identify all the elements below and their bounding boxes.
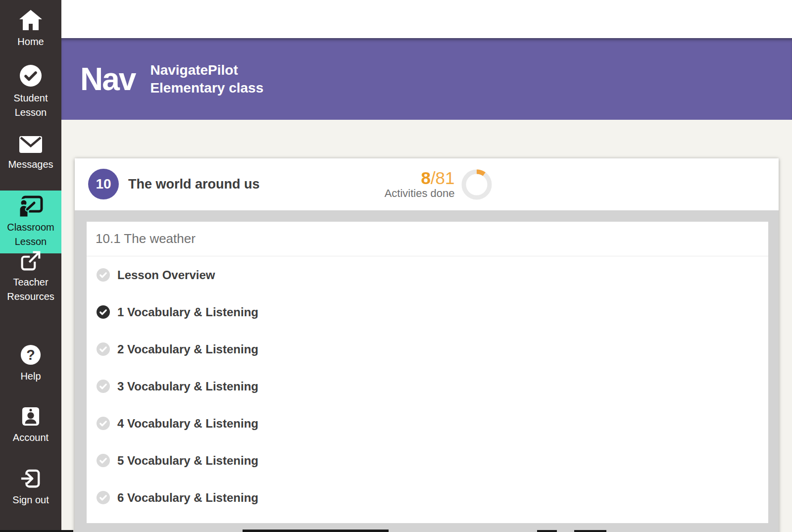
status-check-icon bbox=[97, 491, 110, 504]
status-check-icon bbox=[97, 454, 110, 467]
lesson-item[interactable]: 5 Vocabulary & Listening bbox=[87, 442, 768, 479]
lesson-item[interactable]: 2 Vocabulary & Listening bbox=[87, 331, 768, 368]
unit-number-badge: 10 bbox=[88, 169, 119, 199]
lesson-item-label: 5 Vocabulary & Listening bbox=[117, 454, 258, 468]
sidebar-item-label: Student Lesson bbox=[14, 91, 48, 120]
envelope-icon bbox=[19, 136, 43, 153]
lesson-item-label: 2 Vocabulary & Listening bbox=[117, 342, 258, 356]
sidebar-item-classroom-lesson[interactable]: Classroom Lesson bbox=[0, 191, 61, 253]
sidebar-item-student-lesson[interactable]: Student Lesson bbox=[0, 64, 61, 120]
progress-ring-icon bbox=[461, 169, 492, 200]
status-check-icon bbox=[97, 380, 110, 393]
class-subtitle: Elementary class bbox=[150, 79, 263, 97]
progress-label: Activities done bbox=[385, 187, 455, 200]
sidebar-item-teacher-resources[interactable]: Teacher Resources bbox=[0, 250, 61, 304]
account-badge-icon bbox=[21, 406, 40, 427]
external-link-icon bbox=[20, 250, 41, 271]
sidebar-item-label: Account bbox=[13, 431, 49, 445]
status-check-icon bbox=[97, 305, 110, 319]
cutoff-content-fragment bbox=[574, 530, 606, 532]
cutoff-content-fragment bbox=[243, 530, 389, 532]
sign-out-icon bbox=[20, 468, 41, 489]
sidebar-item-home[interactable]: Home bbox=[0, 9, 61, 49]
lesson-item-label: 4 Vocabulary & Listening bbox=[117, 417, 258, 431]
lesson-item[interactable]: 1 Vocabulary & Listening bbox=[87, 293, 768, 331]
question-circle-icon: ? bbox=[20, 344, 41, 365]
unit-header[interactable]: 10 The world around us 8/81 Activities d… bbox=[75, 158, 779, 210]
lesson-item-label: 3 Vocabulary & Listening bbox=[117, 380, 258, 393]
app-sidebar: Home Student Lesson Messages bbox=[0, 0, 61, 532]
lesson-panel: 10.1 The weather Lesson Overview 1 Vocab… bbox=[87, 222, 768, 523]
status-check-icon bbox=[97, 268, 110, 282]
sidebar-item-sign-out[interactable]: Sign out bbox=[0, 468, 61, 507]
progress-done: 8 bbox=[421, 168, 430, 188]
home-icon bbox=[19, 9, 43, 31]
brand-text: NavigatePilot Elementary class bbox=[150, 61, 263, 97]
progress-total: /81 bbox=[431, 168, 455, 188]
sidebar-item-label: Sign out bbox=[12, 493, 49, 507]
top-white-strip bbox=[61, 0, 792, 38]
unit-title: The world around us bbox=[128, 158, 260, 210]
section-title: 10.1 The weather bbox=[87, 222, 768, 256]
check-circle-icon bbox=[19, 64, 42, 87]
progress-count: 8/81 bbox=[385, 169, 455, 187]
lesson-item-label: 1 Vocabulary & Listening bbox=[117, 305, 258, 319]
cutoff-content-fragment bbox=[0, 530, 73, 532]
sidebar-item-account[interactable]: Account bbox=[0, 406, 61, 445]
status-check-icon bbox=[97, 342, 110, 356]
unit-card: 10 The world around us 8/81 Activities d… bbox=[75, 158, 779, 532]
cutoff-content-fragment bbox=[537, 530, 557, 532]
lesson-item-label: Lesson Overview bbox=[117, 268, 215, 282]
presenter-icon bbox=[18, 195, 43, 217]
brand-logo: Nav bbox=[80, 63, 135, 95]
activities-progress: 8/81 Activities done bbox=[385, 169, 492, 200]
lesson-item-label: 6 Vocabulary & Listening bbox=[117, 491, 258, 505]
sidebar-item-messages[interactable]: Messages bbox=[0, 136, 61, 172]
app-title: NavigatePilot bbox=[150, 61, 263, 79]
sidebar-item-label: Messages bbox=[8, 157, 53, 172]
sidebar-item-help[interactable]: ? Help bbox=[0, 344, 61, 384]
sidebar-item-label: Home bbox=[17, 35, 44, 49]
svg-text:?: ? bbox=[26, 347, 35, 363]
status-check-icon bbox=[97, 417, 110, 430]
sidebar-item-label: Help bbox=[20, 369, 41, 384]
lesson-item[interactable]: 3 Vocabulary & Listening bbox=[87, 368, 768, 405]
lesson-item[interactable]: 4 Vocabulary & Listening bbox=[87, 405, 768, 442]
app-header: Nav NavigatePilot Elementary class bbox=[61, 38, 792, 120]
sidebar-item-label: Classroom Lesson bbox=[7, 220, 54, 249]
sidebar-item-label: Teacher Resources bbox=[7, 275, 54, 304]
lesson-item[interactable]: 6 Vocabulary & Listening bbox=[87, 479, 768, 516]
lesson-item[interactable]: Lesson Overview bbox=[87, 256, 768, 293]
